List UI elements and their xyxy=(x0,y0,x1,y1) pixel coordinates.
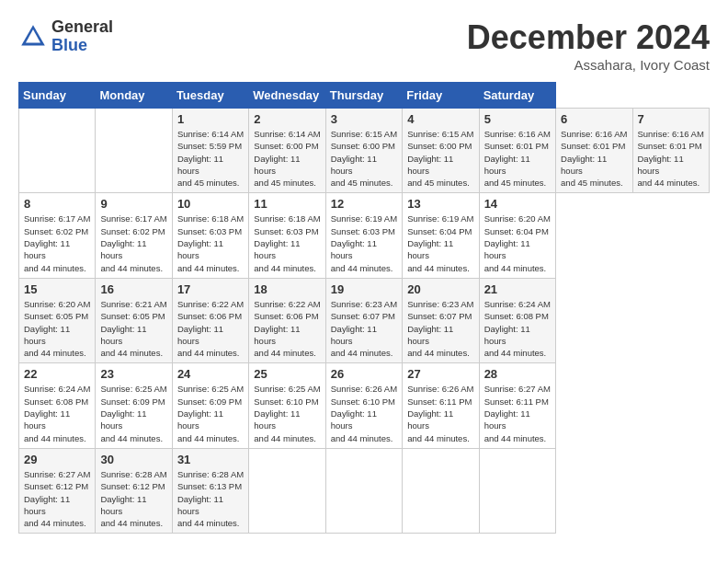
day-info: Sunrise: 6:26 AM Sunset: 6:11 PM Dayligh… xyxy=(407,383,473,443)
day-cell xyxy=(403,448,479,533)
day-cell: 23Sunrise: 6:25 AM Sunset: 6:09 PM Dayli… xyxy=(96,363,172,448)
day-info: Sunrise: 6:15 AM Sunset: 6:00 PM Dayligh… xyxy=(407,128,473,189)
day-info: Sunrise: 6:19 AM Sunset: 6:03 PM Dayligh… xyxy=(331,213,397,273)
day-cell: 29Sunrise: 6:27 AM Sunset: 6:12 PM Dayli… xyxy=(19,448,96,533)
location: Assahara, Ivory Coast xyxy=(467,57,710,73)
day-cell: 24Sunrise: 6:25 AM Sunset: 6:09 PM Dayli… xyxy=(172,363,248,448)
day-cell: 30Sunrise: 6:28 AM Sunset: 6:12 PM Dayli… xyxy=(96,448,172,533)
day-number: 21 xyxy=(484,282,551,296)
day-number: 9 xyxy=(100,197,166,211)
day-cell: 9Sunrise: 6:17 AM Sunset: 6:02 PM Daylig… xyxy=(96,193,172,278)
day-info: Sunrise: 6:28 AM Sunset: 6:13 PM Dayligh… xyxy=(177,468,244,529)
logo-line1: General xyxy=(51,18,113,37)
day-info: Sunrise: 6:27 AM Sunset: 6:11 PM Dayligh… xyxy=(484,383,551,443)
day-cell: 16Sunrise: 6:21 AM Sunset: 6:05 PM Dayli… xyxy=(96,278,172,362)
day-number: 17 xyxy=(177,282,244,296)
day-cell xyxy=(249,448,325,533)
day-info: Sunrise: 6:17 AM Sunset: 6:02 PM Dayligh… xyxy=(24,213,90,273)
day-number: 27 xyxy=(407,367,473,381)
day-number: 16 xyxy=(100,282,166,296)
day-number: 14 xyxy=(484,197,551,211)
day-number: 20 xyxy=(407,282,473,296)
day-number: 25 xyxy=(254,367,320,381)
day-number: 24 xyxy=(177,367,244,381)
day-info: Sunrise: 6:16 AM Sunset: 6:01 PM Dayligh… xyxy=(561,128,627,189)
day-cell: 19Sunrise: 6:23 AM Sunset: 6:07 PM Dayli… xyxy=(325,278,402,362)
day-number: 1 xyxy=(177,112,244,126)
day-number: 7 xyxy=(638,112,705,126)
day-info: Sunrise: 6:24 AM Sunset: 6:08 PM Dayligh… xyxy=(24,383,90,443)
day-number: 10 xyxy=(177,197,244,211)
week-row-4: 22Sunrise: 6:24 AM Sunset: 6:08 PM Dayli… xyxy=(19,363,710,448)
day-number: 15 xyxy=(24,282,90,296)
day-cell: 5Sunrise: 6:16 AM Sunset: 6:01 PM Daylig… xyxy=(479,109,555,193)
day-number: 13 xyxy=(407,197,473,211)
day-info: Sunrise: 6:22 AM Sunset: 6:06 PM Dayligh… xyxy=(177,298,244,359)
day-info: Sunrise: 6:26 AM Sunset: 6:10 PM Dayligh… xyxy=(331,383,397,443)
day-number: 4 xyxy=(407,112,473,126)
day-info: Sunrise: 6:23 AM Sunset: 6:07 PM Dayligh… xyxy=(407,298,473,359)
day-info: Sunrise: 6:19 AM Sunset: 6:04 PM Dayligh… xyxy=(407,213,473,273)
day-number: 8 xyxy=(24,197,90,211)
day-cell: 17Sunrise: 6:22 AM Sunset: 6:06 PM Dayli… xyxy=(172,278,248,362)
col-header-saturday: Saturday xyxy=(479,83,555,109)
day-info: Sunrise: 6:22 AM Sunset: 6:06 PM Dayligh… xyxy=(254,298,320,359)
day-cell: 26Sunrise: 6:26 AM Sunset: 6:10 PM Dayli… xyxy=(325,363,402,448)
day-info: Sunrise: 6:28 AM Sunset: 6:12 PM Dayligh… xyxy=(100,468,166,529)
day-info: Sunrise: 6:16 AM Sunset: 6:01 PM Dayligh… xyxy=(638,128,705,189)
day-info: Sunrise: 6:23 AM Sunset: 6:07 PM Dayligh… xyxy=(331,298,397,359)
day-info: Sunrise: 6:20 AM Sunset: 6:05 PM Dayligh… xyxy=(24,298,90,359)
day-cell: 12Sunrise: 6:19 AM Sunset: 6:03 PM Dayli… xyxy=(325,193,402,278)
day-cell: 2Sunrise: 6:14 AM Sunset: 6:00 PM Daylig… xyxy=(249,109,325,193)
calendar-table: SundayMondayTuesdayWednesdayThursdayFrid… xyxy=(18,82,710,534)
day-number: 26 xyxy=(331,367,397,381)
col-header-monday: Monday xyxy=(96,83,172,109)
day-cell: 4Sunrise: 6:15 AM Sunset: 6:00 PM Daylig… xyxy=(403,109,479,193)
day-number: 5 xyxy=(484,112,551,126)
day-number: 29 xyxy=(24,453,90,466)
day-cell xyxy=(325,448,402,533)
day-cell: 6Sunrise: 6:16 AM Sunset: 6:01 PM Daylig… xyxy=(556,109,632,193)
col-header-friday: Friday xyxy=(403,83,479,109)
day-cell: 15Sunrise: 6:20 AM Sunset: 6:05 PM Dayli… xyxy=(19,278,96,362)
day-number: 31 xyxy=(177,453,244,466)
day-cell: 18Sunrise: 6:22 AM Sunset: 6:06 PM Dayli… xyxy=(249,278,325,362)
day-cell: 31Sunrise: 6:28 AM Sunset: 6:13 PM Dayli… xyxy=(172,448,248,533)
day-cell: 10Sunrise: 6:18 AM Sunset: 6:03 PM Dayli… xyxy=(172,193,248,278)
day-number: 11 xyxy=(254,197,320,211)
day-number: 22 xyxy=(24,367,90,381)
day-cell xyxy=(479,448,555,533)
week-row-2: 8Sunrise: 6:17 AM Sunset: 6:02 PM Daylig… xyxy=(19,193,710,278)
day-info: Sunrise: 6:14 AM Sunset: 6:00 PM Dayligh… xyxy=(254,128,320,189)
day-cell: 25Sunrise: 6:25 AM Sunset: 6:10 PM Dayli… xyxy=(249,363,325,448)
week-row-5: 29Sunrise: 6:27 AM Sunset: 6:12 PM Dayli… xyxy=(19,448,710,533)
day-number: 18 xyxy=(254,282,320,296)
day-cell: 28Sunrise: 6:27 AM Sunset: 6:11 PM Dayli… xyxy=(479,363,555,448)
day-info: Sunrise: 6:25 AM Sunset: 6:10 PM Dayligh… xyxy=(254,383,320,443)
page-header: General Blue December 2024 Assahara, Ivo… xyxy=(18,18,710,73)
day-cell: 11Sunrise: 6:18 AM Sunset: 6:03 PM Dayli… xyxy=(249,193,325,278)
col-header-sunday: Sunday xyxy=(19,83,96,109)
day-cell: 1Sunrise: 6:14 AM Sunset: 5:59 PM Daylig… xyxy=(172,109,248,193)
day-number: 6 xyxy=(561,112,627,126)
day-info: Sunrise: 6:20 AM Sunset: 6:04 PM Dayligh… xyxy=(484,213,551,273)
day-info: Sunrise: 6:14 AM Sunset: 5:59 PM Dayligh… xyxy=(177,128,244,189)
header-row: SundayMondayTuesdayWednesdayThursdayFrid… xyxy=(19,83,710,109)
title-block: December 2024 Assahara, Ivory Coast xyxy=(467,18,710,73)
day-number: 3 xyxy=(331,112,397,126)
logo-line2: Blue xyxy=(51,37,113,55)
day-info: Sunrise: 6:15 AM Sunset: 6:00 PM Dayligh… xyxy=(331,128,397,189)
day-number: 30 xyxy=(100,453,166,466)
day-info: Sunrise: 6:16 AM Sunset: 6:01 PM Dayligh… xyxy=(484,128,551,189)
col-header-thursday: Thursday xyxy=(325,83,402,109)
day-cell: 13Sunrise: 6:19 AM Sunset: 6:04 PM Dayli… xyxy=(403,193,479,278)
day-info: Sunrise: 6:18 AM Sunset: 6:03 PM Dayligh… xyxy=(177,213,244,273)
day-number: 28 xyxy=(484,367,551,381)
logo-icon xyxy=(18,22,48,52)
day-number: 12 xyxy=(331,197,397,211)
week-row-3: 15Sunrise: 6:20 AM Sunset: 6:05 PM Dayli… xyxy=(19,278,710,362)
day-info: Sunrise: 6:25 AM Sunset: 6:09 PM Dayligh… xyxy=(100,383,166,443)
month-title: December 2024 xyxy=(467,18,710,57)
day-cell xyxy=(96,109,172,193)
day-cell xyxy=(19,109,96,193)
